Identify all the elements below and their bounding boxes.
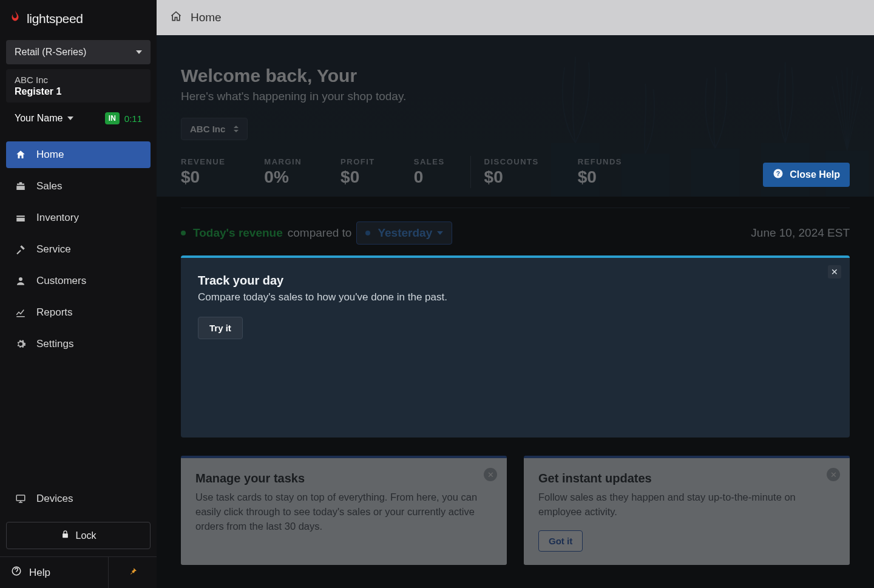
pin-icon xyxy=(128,567,138,579)
metric-refunds: REFUNDS $0 xyxy=(578,156,622,188)
hammer-icon xyxy=(15,243,27,255)
main: Home xyxy=(157,0,874,588)
card-title: Get instant updates xyxy=(538,471,835,485)
svg-rect-1 xyxy=(16,495,25,501)
primary-nav: Home Sales Inventory Service Customers R… xyxy=(0,141,157,485)
metric-value: 0 xyxy=(414,167,445,187)
help-label: Help xyxy=(29,567,50,579)
compare-target-label: Yesterday xyxy=(378,226,432,240)
metric-label: REFUNDS xyxy=(578,157,622,166)
card-instant-updates: ✕ Get instant updates Follow sales as th… xyxy=(524,456,850,565)
sidebar-footer: Help xyxy=(0,556,157,588)
close-icon[interactable]: ✕ xyxy=(828,265,841,279)
pin-button[interactable] xyxy=(108,557,157,588)
home-icon xyxy=(15,149,27,161)
nav-customers[interactable]: Customers xyxy=(6,268,151,294)
shop-selector-label: ABC Inc xyxy=(190,124,225,134)
box-icon xyxy=(15,212,27,224)
metric-discounts: DISCOUNTS $0 xyxy=(470,156,539,188)
chevron-down-icon xyxy=(67,117,73,120)
metric-sales: SALES 0 xyxy=(414,156,445,188)
nav-sales[interactable]: Sales xyxy=(6,173,151,200)
hero: Welcome back, Your Here's what's happeni… xyxy=(157,35,874,197)
clock-in-badge: IN xyxy=(105,112,120,124)
metric-label: DISCOUNTS xyxy=(484,157,539,166)
dismiss-icon[interactable]: ✕ xyxy=(484,468,497,481)
content: Welcome back, Your Here's what's happeni… xyxy=(157,35,874,588)
sidebar-bottom: Devices Lock xyxy=(0,485,157,556)
nav-home[interactable]: Home xyxy=(6,141,151,168)
lock-icon xyxy=(61,530,70,541)
metric-label: PROFIT xyxy=(340,157,375,166)
dismiss-icon[interactable]: ✕ xyxy=(827,468,840,481)
company-name: ABC Inc xyxy=(15,75,142,85)
cash-register-icon xyxy=(15,180,27,192)
panel-body: Compare today's sales to how you've done… xyxy=(198,291,833,303)
metric-margin: MARGIN 0% xyxy=(264,156,302,188)
user-icon xyxy=(15,275,27,287)
card-manage-tasks: ✕ Manage your tasks Use task cards to st… xyxy=(181,456,507,565)
monitor-icon xyxy=(15,493,27,505)
nav-devices[interactable]: Devices xyxy=(6,485,151,512)
gear-icon xyxy=(15,338,27,350)
metric-label: SALES xyxy=(414,157,445,166)
dot-icon xyxy=(181,231,186,235)
card-body: Use task cards to stay on top of everyth… xyxy=(195,490,492,534)
shop-register-block[interactable]: ABC Inc Register 1 xyxy=(6,69,151,103)
help-circle-icon: ? xyxy=(773,168,784,181)
register-name: Register 1 xyxy=(15,86,142,97)
nav-label: Settings xyxy=(36,338,73,350)
shop-selector[interactable]: ABC Inc xyxy=(181,118,248,140)
chart-icon xyxy=(15,306,27,319)
help-icon xyxy=(11,566,22,580)
product-selector-label: Retail (R-Series) xyxy=(15,47,86,58)
nav-label: Home xyxy=(36,149,64,161)
close-help-button[interactable]: ? Close Help xyxy=(763,163,850,187)
metric-value: $0 xyxy=(578,167,622,187)
metric-value: 0% xyxy=(264,167,302,187)
home-icon xyxy=(170,10,182,25)
metric-value: $0 xyxy=(484,167,539,187)
got-it-button[interactable]: Got it xyxy=(538,530,583,552)
nav-service[interactable]: Service xyxy=(6,236,151,263)
current-date: June 10, 2024 EST xyxy=(751,226,850,240)
card-title: Manage your tasks xyxy=(195,471,492,485)
nav-inventory[interactable]: Inventory xyxy=(6,204,151,231)
chevron-down-icon xyxy=(136,50,142,54)
user-name: Your Name xyxy=(15,113,63,124)
dot-icon xyxy=(365,231,370,235)
nav-reports[interactable]: Reports xyxy=(6,299,151,326)
clock-timer: 0:11 xyxy=(124,113,142,124)
chevron-down-icon xyxy=(437,231,443,235)
compared-to-label: compared to xyxy=(288,226,352,240)
try-it-button[interactable]: Try it xyxy=(198,317,243,339)
revenue-label: Today's revenue xyxy=(193,226,283,240)
nav-label: Reports xyxy=(36,306,73,319)
help-button[interactable]: Help xyxy=(0,557,108,588)
metric-profit: PROFIT $0 xyxy=(340,156,375,188)
metrics-row: REVENUE $0 MARGIN 0% PROFIT $0 SALES xyxy=(181,156,850,188)
svg-point-0 xyxy=(19,277,22,281)
nav-label: Sales xyxy=(36,180,63,192)
close-help-label: Close Help xyxy=(790,169,840,180)
nav-settings[interactable]: Settings xyxy=(6,331,151,357)
lock-label: Lock xyxy=(76,530,97,541)
product-selector[interactable]: Retail (R-Series) xyxy=(6,40,151,64)
metric-value: $0 xyxy=(340,167,375,187)
metric-revenue: REVENUE $0 xyxy=(181,156,225,188)
user-row[interactable]: Your Name IN 0:11 xyxy=(6,104,151,133)
card-body: Follow sales as they happen and stay up-… xyxy=(538,490,835,519)
brand-text: lightspeed xyxy=(27,12,83,26)
metric-label: MARGIN xyxy=(264,157,302,166)
flame-icon xyxy=(8,10,22,28)
page-title: Home xyxy=(191,11,222,24)
nav-label: Service xyxy=(36,243,71,255)
compare-target-chip[interactable]: Yesterday xyxy=(356,221,452,245)
nav-label: Inventory xyxy=(36,212,79,224)
lock-button[interactable]: Lock xyxy=(6,522,151,549)
nav-label: Customers xyxy=(36,275,86,287)
sort-icon xyxy=(234,126,239,132)
metric-label: REVENUE xyxy=(181,157,225,166)
metric-value: $0 xyxy=(181,167,225,187)
brand-logo[interactable]: lightspeed xyxy=(0,0,157,36)
